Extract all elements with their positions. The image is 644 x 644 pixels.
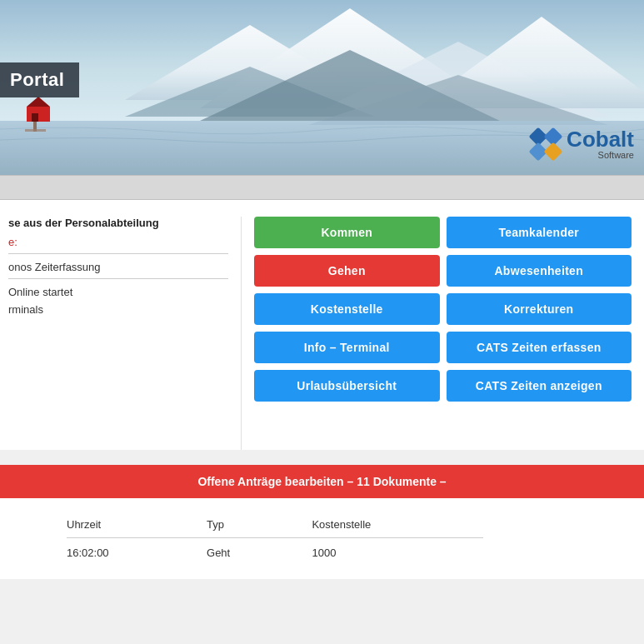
divider-1 — [8, 253, 228, 254]
cobalt-logo-icon — [532, 130, 560, 158]
gehen-button[interactable]: Gehen — [254, 255, 440, 287]
korrekturen-button[interactable]: Korrekturen — [447, 293, 632, 325]
table-cell: Geht — [207, 538, 312, 563]
table-cell: 16:02:00 — [67, 538, 207, 563]
col-kostenstelle: Kostenstelle — [312, 515, 483, 538]
table-row: 16:02:00Geht1000 — [67, 538, 483, 563]
abwesenheiten-button[interactable]: Abwesenheiten — [447, 255, 632, 287]
separator-bar — [0, 175, 644, 200]
notification-bar[interactable]: Offene Anträge bearbeiten – 11 Dokumente… — [0, 465, 644, 498]
info-terminal-button[interactable]: Info – Terminal — [254, 332, 440, 363]
svg-rect-13 — [25, 129, 46, 132]
left-panel: se aus der Personalabteilung e: onos Zei… — [0, 217, 242, 450]
label-red: e: — [8, 236, 228, 248]
link-zeiterfassung[interactable]: onos Zeiterfassung — [8, 261, 228, 273]
col-uhrzeit: Uhrzeit — [67, 515, 207, 538]
col-typ: Typ — [207, 515, 312, 538]
right-panel: Kommen Teamkalender Gehen Abwesenheiten … — [242, 217, 644, 450]
cats-erfassen-button[interactable]: CATS Zeiten erfassen — [447, 332, 632, 363]
button-grid: Kommen Teamkalender Gehen Abwesenheiten … — [254, 217, 632, 402]
portal-label: Portal — [0, 62, 79, 97]
diamond-4 — [544, 142, 563, 162]
notification-text: Offene Anträge bearbeiten – 11 Dokumente… — [197, 475, 446, 488]
teamkalender-button[interactable]: Teamkalender — [447, 217, 632, 248]
urlaubsübersicht-button[interactable]: Urlaubsübersicht — [254, 370, 440, 402]
time-table: Uhrzeit Typ Kostenstelle 16:02:00Geht100… — [67, 515, 483, 562]
kostenstelle-button[interactable]: Kostenstelle — [254, 293, 440, 325]
kommen-button[interactable]: Kommen — [254, 217, 440, 248]
divider-2 — [8, 278, 228, 279]
cobalt-logo: Cobalt Software — [532, 128, 634, 160]
table-section: Uhrzeit Typ Kostenstelle 16:02:00Geht100… — [0, 498, 644, 579]
main-content: se aus der Personalabteilung e: onos Zei… — [0, 200, 644, 450]
section-title: se aus der Personalabteilung — [8, 217, 228, 229]
table-header-row: Uhrzeit Typ Kostenstelle — [67, 515, 483, 538]
svg-rect-11 — [32, 113, 38, 122]
header-banner: Portal Cobalt Software — [0, 0, 644, 175]
brand-name: Cobalt — [567, 128, 634, 150]
cobalt-text: Cobalt Software — [567, 128, 634, 160]
table-cell: 1000 — [312, 538, 483, 563]
link-online[interactable]: Online startet — [8, 286, 228, 298]
cats-anzeigen-button[interactable]: CATS Zeiten anzeigen — [447, 370, 632, 402]
link-terminals[interactable]: rminals — [8, 303, 228, 316]
